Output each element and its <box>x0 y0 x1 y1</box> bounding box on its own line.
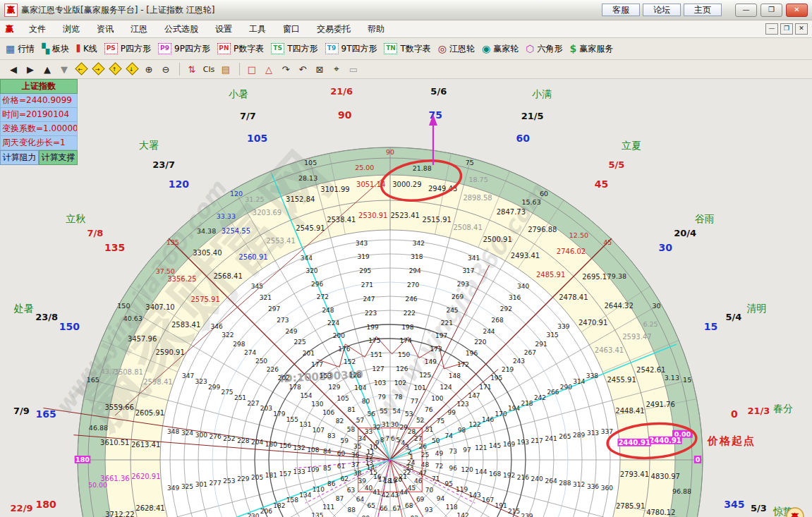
titlebar-button-0[interactable]: 客服 <box>602 4 640 16</box>
down-icon[interactable]: ▼ <box>56 64 72 75</box>
menu-item-5[interactable]: 设置 <box>207 22 241 37</box>
spiral-number: 52 <box>416 417 424 424</box>
spiral-number: 120 <box>461 466 473 473</box>
calc-resistance-button[interactable]: 计算阻力 <box>0 150 39 165</box>
calc-support-button[interactable]: 计算支撑 <box>39 150 78 165</box>
spiral-number: 31 <box>382 421 389 428</box>
toolbar-item-blocks[interactable]: ▚板块 <box>42 43 69 55</box>
zoom-out-icon[interactable]: ⊖ <box>158 64 174 75</box>
spiral-number: 179 <box>273 410 285 418</box>
diamond-left-icon[interactable]: ← <box>73 63 89 75</box>
cls-button[interactable]: Cls <box>201 65 217 74</box>
diamond-up-icon[interactable]: ↑ <box>107 63 123 75</box>
spiral-number: 109 <box>307 466 319 473</box>
menu-item-8[interactable]: 交易委托 <box>308 22 359 37</box>
titlebar-button-1[interactable]: 论坛 <box>643 4 681 16</box>
diamond-down-icon[interactable]: ↓ <box>124 63 140 75</box>
spiral-number: 46 <box>414 478 423 485</box>
toolbar-item-ts[interactable]: TST四方形 <box>271 43 317 55</box>
toolbar-item-grid[interactable]: ▦行情 <box>6 43 35 55</box>
minimize-button[interactable]: — <box>735 4 757 17</box>
spiral-number: 291 <box>535 341 547 348</box>
wheel-ring-value: 60 <box>540 190 548 197</box>
info-row-1: 时间=20190104 <box>0 108 78 122</box>
calendar-icon[interactable]: ▤ <box>218 64 234 75</box>
spiral-number: 174 <box>400 337 412 344</box>
spiral-number: 269 <box>452 293 463 300</box>
toolbar-item-winner-wheel[interactable]: ◉赢家轮 <box>482 43 519 55</box>
restore-button[interactable]: ❐ <box>761 4 782 17</box>
wheel-ring-value: 9.38 <box>612 272 626 280</box>
menu-item-4[interactable]: 公式选股 <box>156 22 207 37</box>
titlebar-button-2[interactable]: 主页 <box>684 4 722 16</box>
toolbar-item-hexagon[interactable]: ⬡六角形 <box>526 43 562 55</box>
rotate-ccw-icon[interactable]: ↶ <box>295 64 310 75</box>
spiral-number: 134 <box>299 492 311 499</box>
wheel-ring-value: 120 <box>230 190 243 197</box>
screen-icon[interactable]: ▭ <box>346 64 361 75</box>
toolbar-item-gann-wheel[interactable]: ◎江恩轮 <box>438 43 475 55</box>
outer-date-label: 21/3 <box>748 406 770 416</box>
spiral-number: 228 <box>237 437 249 444</box>
blocks-icon: ▚ <box>42 43 49 54</box>
spiral-number: 200 <box>333 332 345 339</box>
outer-date-label: 21/6 <box>330 86 353 97</box>
menu-item-0[interactable]: 文件 <box>20 22 54 37</box>
spiral-number: 321 <box>260 294 272 301</box>
mdi-button-2[interactable]: ✕ <box>795 23 808 35</box>
menu-item-9[interactable]: 帮助 <box>359 22 393 37</box>
spiral-number: 172 <box>457 361 469 368</box>
t9-icon: T9 <box>325 43 339 54</box>
toolbar-item-label: P四方形 <box>121 43 151 55</box>
spiral-number: 194 <box>508 405 520 412</box>
next-icon[interactable]: ▶ <box>23 64 38 75</box>
spiral-number: 76 <box>425 406 433 413</box>
toolbar-item-p9[interactable]: P99P四方形 <box>158 43 210 55</box>
menu-item-7[interactable]: 窗口 <box>274 22 308 37</box>
close-button[interactable]: ✕ <box>786 4 808 17</box>
spiral-number: 130 <box>311 401 323 408</box>
spiral-number: 343 <box>356 240 368 247</box>
outer-degree-label: 105 <box>247 133 267 144</box>
spiral-number: 250 <box>255 358 267 365</box>
gann-wheel-chart[interactable]: 赢家财富网www.yingjia360.comwww.yingjia360.co… <box>0 79 812 517</box>
spiral-number: 51 <box>425 426 433 433</box>
toolbar-item-tn[interactable]: TNT数字表 <box>384 43 430 55</box>
wheel-ring-value: 21.88 <box>413 164 432 172</box>
info-row-0: 价格=2440.9099 <box>0 94 78 108</box>
toolbar-item-kline[interactable]: ⫴K线 <box>76 43 97 55</box>
spiral-number: 266 <box>547 389 559 396</box>
spiral-number: 320 <box>305 267 317 274</box>
mdi-button-1[interactable]: ❐ <box>780 23 793 35</box>
toolbar-item-service[interactable]: $赢家服务 <box>569 43 613 55</box>
spiral-number: 32 <box>372 424 380 431</box>
spiral-number: 167 <box>482 497 494 504</box>
menu-item-2[interactable]: 资讯 <box>88 22 122 37</box>
boxed-x-icon[interactable]: ⊠ <box>312 64 327 75</box>
spiral-number: 298 <box>233 341 245 348</box>
square-tool-icon[interactable]: □ <box>244 64 260 75</box>
outer-date-label: 7/9 <box>13 406 30 416</box>
title-bar: 赢 赢家江恩专业版[赢家服务平台] - [上证指数 江恩轮] 客服论坛主页 — … <box>0 0 812 20</box>
menu-item-6[interactable]: 工具 <box>241 22 274 37</box>
zoom-in-icon[interactable]: ⊕ <box>141 64 157 75</box>
toolbar-item-ps[interactable]: PSP四方形 <box>104 43 151 55</box>
toolbar-item-t9[interactable]: T99T四方形 <box>325 43 377 55</box>
wheel-ring-value: 2448.41 <box>615 407 644 415</box>
triangle-tool-icon[interactable]: △ <box>261 64 277 75</box>
updown-icon[interactable]: ⇅ <box>184 64 200 75</box>
rotate-cw-icon[interactable]: ↷ <box>278 64 293 75</box>
diamond-right-icon[interactable]: → <box>90 63 106 75</box>
spiral-number: 197 <box>435 332 447 339</box>
up-icon[interactable]: ▲ <box>40 64 55 75</box>
spiral-number: 82 <box>336 418 344 425</box>
prev-icon[interactable]: ◀ <box>6 64 21 75</box>
spiral-number: 325 <box>181 483 193 490</box>
mdi-button-0[interactable]: — <box>765 23 778 35</box>
menu-item-1[interactable]: 浏览 <box>54 22 88 37</box>
center-mark-icon[interactable]: ⌖ <box>329 63 344 75</box>
wheel-ring-value: 2590.91 <box>155 348 184 356</box>
spiral-number: 151 <box>370 351 382 358</box>
menu-item-3[interactable]: 江恩 <box>122 22 156 37</box>
toolbar-item-pn[interactable]: PNP数字表 <box>217 43 264 55</box>
